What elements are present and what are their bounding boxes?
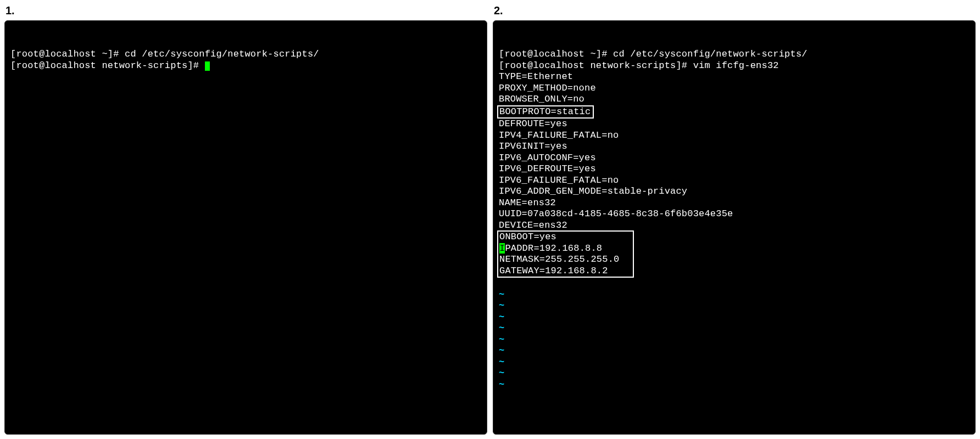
config-ipv6-addr-gen-mode: IPV6_ADDR_GEN_MODE=stable-privacy <box>499 186 970 198</box>
prompt-cd-command: [root@localhost ~]# cd /etc/sysconfig/ne… <box>10 49 319 59</box>
config-ipv6init: IPV6INIT=yes <box>499 141 970 153</box>
terminal-line: [root@localhost network-scripts]# vim if… <box>499 60 970 72</box>
vim-empty-line: ~ <box>499 334 970 346</box>
config-onboot: ONBOOT=yes <box>499 232 631 243</box>
vim-empty-line: ~ <box>499 312 970 323</box>
cursor-icon <box>205 61 210 71</box>
vim-empty-line: ~ <box>499 379 970 391</box>
prompt-ready: [root@localhost network-scripts]# <box>10 60 205 71</box>
vim-empty-line: ~ <box>499 289 970 301</box>
config-gateway: GATEWAY=192.168.8.2 <box>499 266 631 277</box>
panel-2: 2. [root@localhost ~]# cd /etc/sysconfig… <box>493 4 976 435</box>
highlight-box: BOOTPROTO=static <box>497 105 594 119</box>
config-bootproto: BOOTPROTO=static <box>499 106 591 117</box>
vim-cursor-icon: I <box>499 243 505 254</box>
panel-2-label: 2. <box>493 4 976 17</box>
terminal-line: [root@localhost network-scripts]# <box>10 60 481 72</box>
config-defroute: DEFROUTE=yes <box>499 119 970 130</box>
vim-empty-line: ~ <box>499 323 970 334</box>
config-ipaddr-rest: PADDR=192.168.8.8 <box>505 243 631 254</box>
vim-empty-line: ~ <box>499 345 970 357</box>
config-type: TYPE=Ethernet <box>499 71 970 83</box>
prompt-cd-command: [root@localhost ~]# cd /etc/sysconfig/ne… <box>499 49 808 59</box>
vim-empty-line: ~ <box>499 300 970 312</box>
vim-empty-line: ~ <box>499 357 970 368</box>
terminal-2[interactable]: [root@localhost ~]# cd /etc/sysconfig/ne… <box>493 20 976 435</box>
config-ipv6-defroute: IPV6_DEFROUTE=yes <box>499 164 970 175</box>
panel-1-label: 1. <box>4 4 487 17</box>
config-netmask: NETMASK=255.255.255.0 <box>499 254 631 266</box>
config-bootproto-boxed: BOOTPROTO=static <box>499 105 970 119</box>
config-ipaddr: IPADDR=192.168.8.8 <box>499 243 631 255</box>
config-uuid: UUID=07a038cd-4185-4685-8c38-6f6b03e4e35… <box>499 209 970 220</box>
blank-line <box>499 278 970 289</box>
highlight-box-group: ONBOOT=yes IPADDR=192.168.8.8 NETMASK=25… <box>497 230 634 278</box>
config-browser-only: BROWSER_ONLY=no <box>499 94 970 105</box>
config-name: NAME=ens32 <box>499 198 970 209</box>
config-ipv6-autoconf: IPV6_AUTOCONF=yes <box>499 153 970 164</box>
terminal-1[interactable]: [root@localhost ~]# cd /etc/sysconfig/ne… <box>4 20 487 435</box>
config-proxy-method: PROXY_METHOD=none <box>499 83 970 94</box>
panel-1: 1. [root@localhost ~]# cd /etc/sysconfig… <box>4 4 487 435</box>
config-device: DEVICE=ens32 <box>499 220 970 232</box>
prompt-vim-command: [root@localhost network-scripts]# vim if… <box>499 60 779 71</box>
terminal-line: [root@localhost ~]# cd /etc/sysconfig/ne… <box>10 49 481 60</box>
vim-empty-line: ~ <box>499 368 970 379</box>
terminal-line: [root@localhost ~]# cd /etc/sysconfig/ne… <box>499 49 970 60</box>
config-ipv4-failure-fatal: IPV4_FAILURE_FATAL=no <box>499 130 970 142</box>
config-ipv6-failure-fatal: IPV6_FAILURE_FATAL=no <box>499 175 970 187</box>
